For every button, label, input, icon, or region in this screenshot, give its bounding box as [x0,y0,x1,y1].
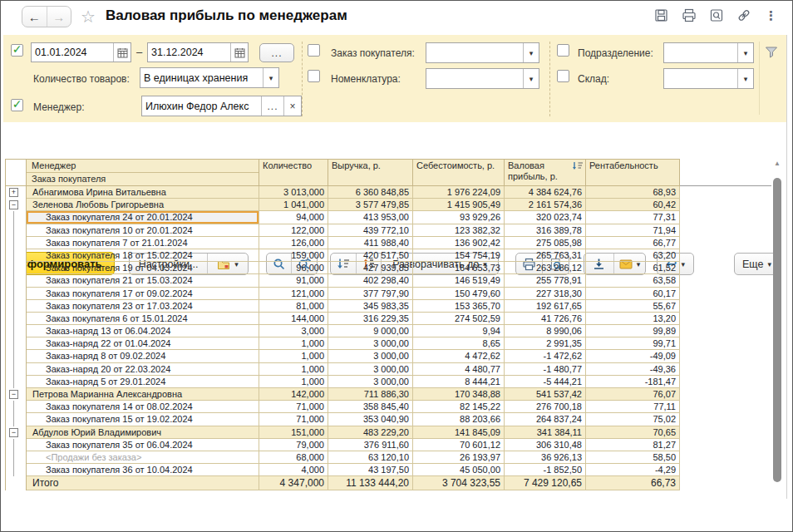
cell-cost[interactable]: 88 203,66 [413,413,505,426]
cell-profit[interactable]: 36 926,13 [505,451,586,464]
cell-revenue[interactable]: 711 886,30 [328,388,413,401]
header-quantity[interactable]: Количество [259,159,328,186]
table-row[interactable]: Заказ-наряд 13 от 06.04.20243,0009 000,0… [5,325,680,337]
cell-qty[interactable]: 122,000 [259,224,328,237]
table-row[interactable]: <Продажи без заказа>68,00063 120,1026 19… [5,451,680,464]
cell-name[interactable]: Заказ-наряд 8 от 09.02.2024 [27,350,259,362]
cell-profit[interactable]: 541 537,42 [505,388,586,401]
cell-revenue[interactable]: 439 772,10 [328,224,413,237]
dropdown-button[interactable]: ▾ [737,43,753,62]
cell-profit[interactable]: -5 444,21 [505,376,586,388]
cell-revenue[interactable]: 483 229,20 [328,426,413,439]
cell-margin[interactable]: 66,77 [586,237,680,249]
cell-revenue[interactable]: 316 229,35 [328,313,413,325]
dropdown-button[interactable]: ▾ [263,68,278,87]
cell-name[interactable]: Заказ покупателя 15 от 19.02.2024 [27,413,259,426]
cell-qty[interactable]: 79,000 [259,439,328,451]
cell-name[interactable]: Петрова Марианна Александровна [27,388,259,401]
calendar-button[interactable] [113,43,131,62]
cell-margin[interactable]: -181,47 [586,376,680,388]
cell-name[interactable]: Заказ-наряд 22 от 01.04.2024 [27,337,259,350]
cell-profit[interactable]: 306 310,48 [505,439,586,451]
forward-button[interactable]: → [47,7,71,27]
cell-revenue[interactable]: 3 000,00 [328,350,413,362]
cell-revenue[interactable]: 63 120,10 [328,451,413,464]
cell-profit[interactable]: 320 023,74 [505,211,586,224]
warehouse-checkbox[interactable]: ✓ [557,70,569,82]
cell-name[interactable]: Заказ покупателя 23 от 17.03.2024 [27,300,259,313]
table-row[interactable]: Заказ покупателя 6 от 15.01.2024144,0003… [5,313,680,325]
cell-margin[interactable]: 81,27 [586,439,680,451]
cell-margin[interactable]: 77,31 [586,211,680,224]
cell-revenue[interactable]: 420 517,50 [328,249,413,262]
expand-icon[interactable]: + [9,188,18,197]
print-button[interactable] [681,7,697,23]
cell-revenue[interactable]: 411 988,40 [328,237,413,249]
table-row[interactable]: Заказ покупателя 36 от 10.04.20244,00043… [5,464,680,476]
cell-name[interactable]: Заказ покупателя 36 от 10.04.2024 [27,464,259,476]
cell-name[interactable]: Абнагимова Ирина Витальевна [27,186,259,199]
table-row[interactable]: Заказ-наряд 20 от 22.03.20241,0003 000,0… [5,363,680,376]
cell-cost[interactable]: 1 415 905,49 [413,199,505,211]
cell-qty[interactable]: 71,000 [259,401,328,413]
header-revenue[interactable]: Выручка, р. [328,159,413,186]
cell-margin[interactable]: 99,89 [586,325,680,337]
header-margin[interactable]: Рентабельность [586,159,680,186]
header-cost[interactable]: Себестоимость, р. [413,159,505,186]
cell-name[interactable]: Заказ покупателя 35 от 06.04.2024 [27,439,259,451]
cell-name[interactable]: Заказ покупателя 7 от 21.01.2024 [27,237,259,249]
dropdown-button[interactable]: ▾ [523,69,539,88]
cell-qty[interactable]: 126,000 [259,237,328,249]
customer-order-combo[interactable]: ▾ [426,42,539,63]
table-row[interactable]: Заказ покупателя 24 от 20.01.202494,0004… [5,211,680,224]
cell-revenue[interactable]: 6 360 848,85 [328,186,413,199]
cell-margin[interactable]: 77,11 [586,401,680,413]
table-row[interactable]: Заказ-наряд 5 от 29.01.20241,0003 000,00… [5,376,680,388]
cell-margin[interactable]: 55,67 [586,300,680,313]
cell-cost[interactable]: 4 472,62 [413,350,505,362]
cell-name[interactable]: Заказ-наряд 20 от 22.03.2024 [27,363,259,376]
manager-value[interactable]: Илюхин Федор Алекс [142,96,261,116]
cell-margin[interactable]: 70,65 [586,426,680,439]
cell-qty[interactable]: 68,000 [259,451,328,464]
period-to-field[interactable]: 31.12.2024 [147,42,249,62]
cell-cost[interactable]: 123 382,32 [413,224,505,237]
total-row[interactable]: Итого4 347,00011 133 444,203 704 323,557… [5,476,680,490]
period-to-value[interactable]: 31.12.2024 [148,43,230,62]
cell-profit[interactable]: 264 837,24 [505,413,586,426]
department-value[interactable] [664,43,737,62]
cell-revenue[interactable]: 3 000,00 [328,337,413,350]
cell-qty[interactable]: 1,000 [259,376,328,388]
cell-cost[interactable]: 9,94 [413,325,505,337]
table-row[interactable]: Заказ покупателя 15 от 19.02.202471,0003… [5,413,680,426]
cell-qty[interactable]: 3 013,000 [259,186,328,199]
calendar-button[interactable] [230,43,248,62]
cell-cost[interactable]: 136 902,42 [413,237,505,249]
table-row[interactable]: Заказ покупателя 10 от 20.01.2024122,000… [5,224,680,237]
cell-margin[interactable]: 99,71 [586,337,680,350]
cell-qty[interactable]: 151,000 [259,426,328,439]
cell-name[interactable]: Зеленова Любовь Григорьевна [27,199,259,211]
scrollbar-thumb[interactable] [773,178,781,482]
cell-name[interactable]: Заказ покупателя 17 от 09.02.2024 [27,288,259,300]
table-row[interactable]: Заказ-наряд 22 от 01.04.20241,0003 000,0… [5,337,680,350]
manager-choose-button[interactable]: ... [261,96,283,116]
cell-profit[interactable]: 2 991,35 [505,337,586,350]
nomenclature-checkbox[interactable]: ✓ [308,70,320,82]
cell-name[interactable]: Заказ-наряд 13 от 06.04.2024 [27,325,259,337]
cell-revenue[interactable]: 345 983,35 [328,300,413,313]
table-row[interactable]: Заказ покупателя 17 от 09.02.2024121,000… [5,288,680,300]
cell-profit[interactable]: 263 286,12 [505,262,586,274]
cell-profit[interactable]: 265 763,31 [505,249,586,262]
favorite-star-icon[interactable]: ☆ [81,7,96,27]
cell-profit[interactable]: -1 852,50 [505,464,586,476]
cell-margin[interactable]: 68,93 [586,186,680,199]
cell-profit[interactable]: -1 480,77 [505,363,586,376]
cell-margin[interactable]: 61,52 [586,262,680,274]
cell-cost[interactable]: 82 145,22 [413,401,505,413]
cell-cost[interactable]: 164 653,73 [413,262,505,274]
period-from-field[interactable]: 01.01.2024 [31,42,131,62]
cell-margin[interactable]: -49,09 [586,350,680,362]
quantity-combo[interactable]: В единицах хранения ▾ [140,67,279,88]
cell-profit[interactable]: -1 472,62 [505,350,586,362]
